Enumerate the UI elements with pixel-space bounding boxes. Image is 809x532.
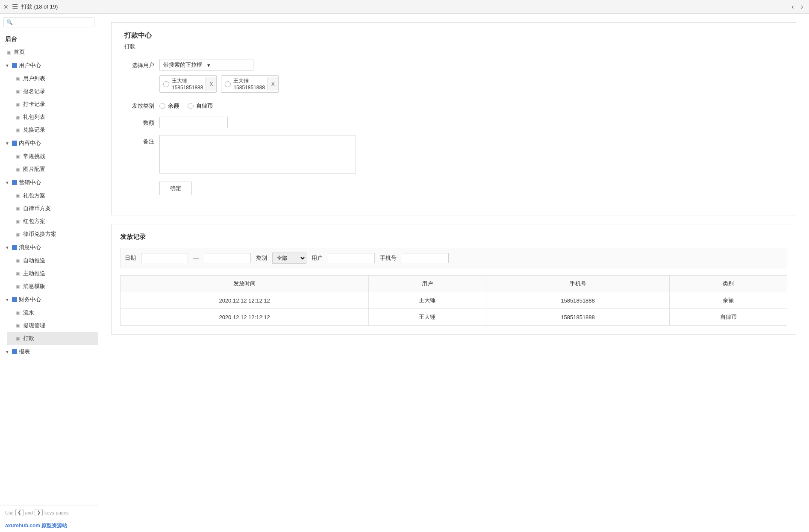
sidebar-item-payment[interactable]: ▣ 打款 xyxy=(7,332,98,345)
sidebar-group-header-marketing[interactable]: ▼ 营销中心 xyxy=(0,176,98,189)
sidebar-group-content: ▼ 内容中心 ▣ 常规挑战 ▣ 图片配置 xyxy=(0,136,98,176)
remark-input[interactable] xyxy=(159,135,356,173)
sidebar-group-header-user[interactable]: ▼ 用户中心 xyxy=(0,59,98,72)
radio-circle xyxy=(188,103,194,109)
sidebar-item-label: 常规挑战 xyxy=(23,153,45,160)
sidebar-item-registration[interactable]: ▣ 报名记录 xyxy=(7,85,98,98)
remark-label: 备注 xyxy=(124,135,154,145)
page-icon: ▣ xyxy=(15,336,20,341)
sidebar-item-label: 自律币方案 xyxy=(23,205,51,212)
sidebar-item-gift-plan[interactable]: ▣ 礼包方案 xyxy=(7,189,98,202)
dropdown-arrow-icon: ▾ xyxy=(207,62,250,68)
sidebar-item-label: 主动推送 xyxy=(23,270,45,277)
page-navigation: ‹ › xyxy=(789,2,806,12)
records-section: 发放记录 日期 — 类别 全部 余额 自律币 用户 手机号 xyxy=(111,224,796,335)
cell-time: 2020.12.12 12:12:12 xyxy=(121,309,369,326)
sidebar-item-withdrawal[interactable]: ▣ 提现管理 xyxy=(7,319,98,332)
sidebar-group-header-content[interactable]: ▼ 内容中心 xyxy=(0,136,98,150)
user-radio-2[interactable] xyxy=(225,81,231,87)
sidebar-item-redpacket-plan[interactable]: ▣ 红包方案 xyxy=(7,215,98,228)
sidebar-item-gifts[interactable]: ▣ 礼包列表 xyxy=(7,111,98,123)
user-dropdown[interactable]: 带搜索的下拉框 ▾ xyxy=(159,59,253,71)
sidebar-group-finance: ▼ 财务中心 ▣ 流水 ▣ 提现管理 ▣ 打款 xyxy=(0,293,98,345)
form-section: 打款中心 打款 选择用户 带搜索的下拉框 ▾ xyxy=(111,22,796,215)
group-icon-blue xyxy=(12,297,17,302)
page-icon: ▣ xyxy=(7,50,11,55)
phone-filter-input[interactable] xyxy=(402,253,449,263)
sidebar-group-message: ▼ 消息中心 ▣ 自动推送 ▣ 主动推送 ▣ 消息模版 xyxy=(0,241,98,293)
sidebar-item-manual-push[interactable]: ▣ 主动推送 xyxy=(7,267,98,280)
radio-zilvbi[interactable]: 自律币 xyxy=(188,102,213,110)
cell-time: 2020.12.12 12:12:12 xyxy=(121,292,369,309)
collapse-arrow: ▼ xyxy=(5,63,9,68)
user-filter-input[interactable] xyxy=(328,253,375,263)
sidebar-group-user-center: ▼ 用户中心 ▣ 用户列表 ▣ 报名记录 ▣ 打卡记录 xyxy=(0,59,98,136)
sidebar-item-challenges[interactable]: ▣ 常规挑战 xyxy=(7,150,98,163)
close-button[interactable]: ✕ xyxy=(3,3,9,10)
page-icon: ▣ xyxy=(15,323,20,329)
prev-page-button[interactable]: ‹ xyxy=(789,2,796,12)
amount-input[interactable] xyxy=(159,117,228,128)
menu-button[interactable]: ☰ xyxy=(12,3,18,11)
col-phone: 手机号 xyxy=(486,276,669,292)
sidebar-item-label: 兑换记录 xyxy=(23,126,45,134)
page-icon: ▣ xyxy=(15,219,20,224)
sidebar-group-children-content: ▣ 常规挑战 ▣ 图片配置 xyxy=(0,150,98,176)
group-icon-blue xyxy=(12,141,17,146)
sidebar-group-header-finance[interactable]: ▼ 财务中心 xyxy=(0,293,98,306)
cell-phone: 15851851888 xyxy=(486,292,669,309)
page-title: 打款 (18 of 19) xyxy=(21,3,785,11)
confirm-row: 确定 xyxy=(124,182,783,195)
form-title-block: 打款中心 打款 xyxy=(124,31,152,50)
cell-user: 王大锤 xyxy=(369,292,486,309)
sidebar-item-images[interactable]: ▣ 图片配置 xyxy=(7,163,98,176)
filter-row: 日期 — 类别 全部 余额 自律币 用户 手机号 xyxy=(120,248,787,268)
records-title: 发放记录 xyxy=(120,233,787,241)
page-icon: ▣ xyxy=(15,115,20,120)
remove-user-2-button[interactable]: X xyxy=(268,77,278,91)
type-filter-label: 类别 xyxy=(256,254,267,262)
user-filter-label: 用户 xyxy=(312,254,323,262)
date-end-input[interactable] xyxy=(204,253,251,263)
selected-users: 王大锤 15851851888 X 王大锤 15851851888 xyxy=(159,75,783,93)
group-icon-blue xyxy=(12,349,17,354)
amount-field xyxy=(159,117,783,128)
remove-user-1-button[interactable]: X xyxy=(206,77,216,91)
sidebar-group-header-report[interactable]: ▼ 报表 xyxy=(0,345,98,359)
sidebar-item-zilvb-plan[interactable]: ▣ 自律币方案 xyxy=(7,202,98,215)
sidebar-item-label: 流水 xyxy=(23,309,34,317)
date-start-input[interactable] xyxy=(141,253,188,263)
form-header: 打款中心 打款 xyxy=(124,31,783,50)
sidebar-section-title: 后台 xyxy=(0,31,98,46)
sidebar-item-user-list[interactable]: ▣ 用户列表 xyxy=(7,72,98,85)
sidebar-group-header-message[interactable]: ▼ 消息中心 xyxy=(0,241,98,254)
collapse-arrow: ▼ xyxy=(5,350,9,354)
sidebar-item-auto-push[interactable]: ▣ 自动推送 xyxy=(7,254,98,267)
collapse-arrow: ▼ xyxy=(5,297,9,302)
issue-type-row: 发放类别 余额 自律币 xyxy=(124,100,783,110)
radio-group: 余额 自律币 xyxy=(159,100,783,110)
sidebar-item-message-template[interactable]: ▣ 消息模版 xyxy=(7,280,98,293)
sidebar-item-home[interactable]: ▣ 首页 xyxy=(0,46,98,59)
user-radio-1[interactable] xyxy=(163,81,169,87)
sidebar-item-checkin[interactable]: ▣ 打卡记录 xyxy=(7,98,98,111)
sidebar-search-input[interactable] xyxy=(3,17,94,27)
group-label: 报表 xyxy=(19,348,30,356)
next-page-button[interactable]: › xyxy=(798,2,806,12)
table-header-row: 发放时间 用户 手机号 类别 xyxy=(121,276,787,292)
col-time: 发放时间 xyxy=(121,276,369,292)
type-filter-select[interactable]: 全部 余额 自律币 xyxy=(272,253,306,264)
sidebar-group-children-marketing: ▣ 礼包方案 ▣ 自律币方案 ▣ 红包方案 ▣ 律币兑换方案 xyxy=(0,189,98,241)
sidebar-item-flow[interactable]: ▣ 流水 xyxy=(7,306,98,319)
sidebar-item-exchange-plan[interactable]: ▣ 律币兑换方案 xyxy=(7,228,98,241)
use-label: Use xyxy=(5,510,14,515)
user-name-2: 王大锤 xyxy=(233,77,265,85)
table-body: 2020.12.12 12:12:12 王大锤 15851851888 余额 2… xyxy=(121,292,787,326)
main-layout: 后台 ▣ 首页 ▼ 用户中心 ▣ 用户列表 xyxy=(0,14,809,532)
confirm-button[interactable]: 确定 xyxy=(159,182,192,195)
sidebar-item-label: 红包方案 xyxy=(23,218,45,225)
radio-balance[interactable]: 余额 xyxy=(159,102,179,110)
sidebar-group-marketing: ▼ 营销中心 ▣ 礼包方案 ▣ 自律币方案 ▣ 红包方案 xyxy=(0,176,98,241)
sidebar-item-label: 报名记录 xyxy=(23,88,45,95)
sidebar-item-redemption[interactable]: ▣ 兑换记录 xyxy=(7,123,98,136)
